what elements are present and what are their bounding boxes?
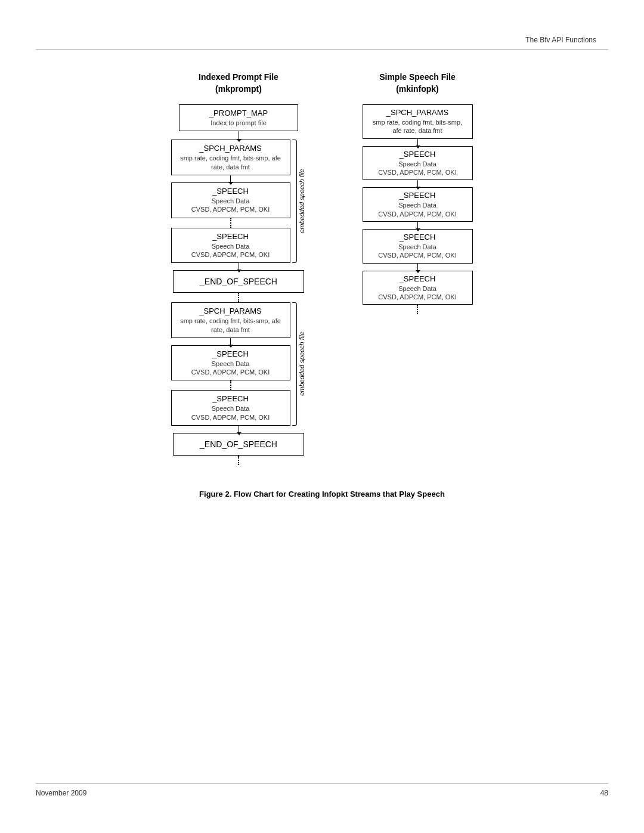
left-column: Indexed Prompt File (mkprompt) _PROMPT_M… <box>161 72 316 465</box>
end-of-speech-2-block: _END_OF_SPEECH <box>173 433 304 456</box>
arrow-4 <box>230 338 231 345</box>
page-footer: November 2009 48 <box>36 784 608 797</box>
figure-caption: Figure 2. Flow Chart for Creating Infopk… <box>113 489 531 500</box>
dotted-2 <box>238 293 239 302</box>
right-dotted-1 <box>417 305 418 314</box>
speech-a2-block: _SPEECH Speech DataCVSD, ADPCM, PCM, OKI <box>171 228 290 264</box>
second-speech-blocks: _SPCH_PARAMS smp rate, coding fmt, bits-… <box>171 302 290 426</box>
right-arrow-1 <box>417 139 418 146</box>
dotted-3 <box>230 380 231 390</box>
dotted-1 <box>230 218 231 228</box>
spch-params-1-block: _SPCH_PARAMS smp rate, coding fmt, bits-… <box>171 140 290 175</box>
arrow-5 <box>239 426 239 433</box>
left-column-title: Indexed Prompt File (mkprompt) <box>199 72 278 95</box>
right-speech-4-block: _SPEECH Speech DataCVSD, ADPCM, PCM, OKI <box>363 271 473 305</box>
right-speech-3-block: _SPEECH Speech DataCVSD, ADPCM, PCM, OKI <box>363 229 473 264</box>
arrow-1 <box>239 131 239 140</box>
embedded-label-1: embedded speech file <box>297 140 306 263</box>
header-line <box>36 49 608 49</box>
end-of-speech-1-block: _END_OF_SPEECH <box>173 270 304 293</box>
bracket-2-container: embedded speech file <box>292 302 306 426</box>
right-arrow-2 <box>417 180 418 187</box>
footer-date: November 2009 <box>36 789 86 797</box>
prompt-map-block: _PROMPT_MAP Index to prompt file <box>179 104 298 131</box>
speech-b2-block: _SPEECH Speech DataCVSD, ADPCM, PCM, OKI <box>171 390 290 426</box>
right-speech-1-block: _SPEECH Speech DataCVSD, ADPCM, PCM, OKI <box>363 146 473 181</box>
dotted-4 <box>238 456 239 465</box>
speech-a1-block: _SPEECH Speech DataCVSD, ADPCM, PCM, OKI <box>171 182 290 218</box>
speech-b1-block: _SPEECH Speech DataCVSD, ADPCM, PCM, OKI <box>171 345 290 381</box>
second-speech-group: _SPCH_PARAMS smp rate, coding fmt, bits-… <box>171 302 306 426</box>
right-column-title: Simple Speech File (mkinfopk) <box>379 72 456 95</box>
right-arrow-4 <box>417 264 418 271</box>
first-speech-group: _SPCH_PARAMS smp rate, coding fmt, bits-… <box>171 140 306 263</box>
arrow-2 <box>230 175 231 182</box>
right-column: Simple Speech File (mkinfopk) _SPCH_PARA… <box>352 72 483 465</box>
bracket-1-container: embedded speech file <box>292 140 306 263</box>
diagram-area: Indexed Prompt File (mkprompt) _PROMPT_M… <box>36 72 608 465</box>
right-arrow-3 <box>417 222 418 229</box>
spch-params-2-block: _SPCH_PARAMS smp rate, coding fmt, bits-… <box>171 302 290 338</box>
bracket-1-line <box>292 140 297 263</box>
right-spch-params-block: _SPCH_PARAMS smp rate, coding fmt, bits-… <box>363 104 473 139</box>
first-speech-blocks: _SPCH_PARAMS smp rate, coding fmt, bits-… <box>171 140 290 263</box>
arrow-3 <box>239 263 239 270</box>
footer-page: 48 <box>600 789 608 797</box>
page-header: The Bfv API Functions <box>525 36 596 44</box>
main-content: Indexed Prompt File (mkprompt) _PROMPT_M… <box>36 60 608 773</box>
bracket-2-line <box>292 302 297 426</box>
embedded-label-2: embedded speech file <box>297 302 306 426</box>
right-speech-2-block: _SPEECH Speech DataCVSD, ADPCM, PCM, OKI <box>363 187 473 222</box>
